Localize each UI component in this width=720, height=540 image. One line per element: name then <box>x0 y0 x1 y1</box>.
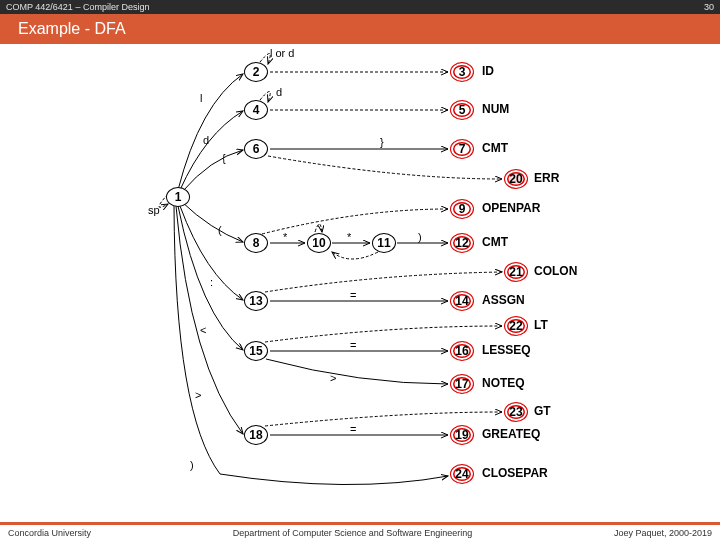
edge-star2: * <box>347 231 351 243</box>
edge-eq3: = <box>350 423 356 435</box>
state-20: 20 <box>504 169 528 189</box>
token-openpar: OPENPAR <box>482 201 540 215</box>
state-5: 5 <box>450 100 474 120</box>
state-24: 24 <box>450 464 474 484</box>
state-19: 19 <box>450 425 474 445</box>
token-lt: LT <box>534 318 548 332</box>
state-23: 23 <box>504 402 528 422</box>
edge-eq2: = <box>350 339 356 351</box>
state-15: 15 <box>244 341 268 361</box>
token-id: ID <box>482 64 494 78</box>
state-10: 10 <box>307 233 331 253</box>
token-noteq: NOTEQ <box>482 376 525 390</box>
state-1: 1 <box>166 187 190 207</box>
state-18: 18 <box>244 425 268 445</box>
state-22: 22 <box>504 316 528 336</box>
edge-gt1: > <box>330 372 336 384</box>
state-14: 14 <box>450 291 474 311</box>
edge-lbrace: { <box>222 152 226 164</box>
token-greateq: GREATEQ <box>482 427 540 441</box>
edge-lt: < <box>200 324 206 336</box>
edge-d: d <box>203 134 209 146</box>
token-assgn: ASSGN <box>482 293 525 307</box>
token-err: ERR <box>534 171 559 185</box>
edge-d2: d <box>276 86 282 98</box>
token-colon: COLON <box>534 264 577 278</box>
state-6: 6 <box>244 139 268 159</box>
state-13: 13 <box>244 291 268 311</box>
dfa-diagram: 1 2 3 4 5 6 7 20 9 8 10 11 12 21 13 14 2… <box>0 44 720 522</box>
edge-rbrace: } <box>380 136 384 148</box>
footer-right: Joey Paquet, 2000-2019 <box>614 528 712 538</box>
state-11: 11 <box>372 233 396 253</box>
state-17: 17 <box>450 374 474 394</box>
edge-eq1: = <box>350 289 356 301</box>
footer-left: Concordia University <box>8 528 91 538</box>
edge-lord: l or d <box>270 47 294 59</box>
token-cmt1: CMT <box>482 141 508 155</box>
state-2: 2 <box>244 62 268 82</box>
slide-title: Example - DFA <box>0 14 720 44</box>
course-label: COMP 442/6421 – Compiler Design <box>6 0 149 14</box>
footer-center: Department of Computer Science and Softw… <box>233 528 473 538</box>
edge-rpar2: ) <box>190 459 194 471</box>
edge-l: l <box>200 92 202 104</box>
state-8: 8 <box>244 233 268 253</box>
header-bar: COMP 442/6421 – Compiler Design 30 <box>0 0 720 14</box>
state-9: 9 <box>450 199 474 219</box>
token-lesseq: LESSEQ <box>482 343 531 357</box>
token-cmt2: CMT <box>482 235 508 249</box>
edge-gt2: > <box>195 389 201 401</box>
footer: Concordia University Department of Compu… <box>0 522 720 540</box>
edge-rpar: ) <box>418 231 422 243</box>
diagram-edges <box>0 44 720 522</box>
edge-star1: * <box>283 231 287 243</box>
state-7: 7 <box>450 139 474 159</box>
edge-colon: : <box>210 276 213 288</box>
state-21: 21 <box>504 262 528 282</box>
edge-sp: sp <box>148 204 160 216</box>
state-4: 4 <box>244 100 268 120</box>
token-closepar: CLOSEPAR <box>482 466 548 480</box>
slide-number: 30 <box>704 0 714 14</box>
state-12: 12 <box>450 233 474 253</box>
token-num: NUM <box>482 102 509 116</box>
token-gt: GT <box>534 404 551 418</box>
state-16: 16 <box>450 341 474 361</box>
edge-lpar: ( <box>218 224 222 236</box>
state-3: 3 <box>450 62 474 82</box>
